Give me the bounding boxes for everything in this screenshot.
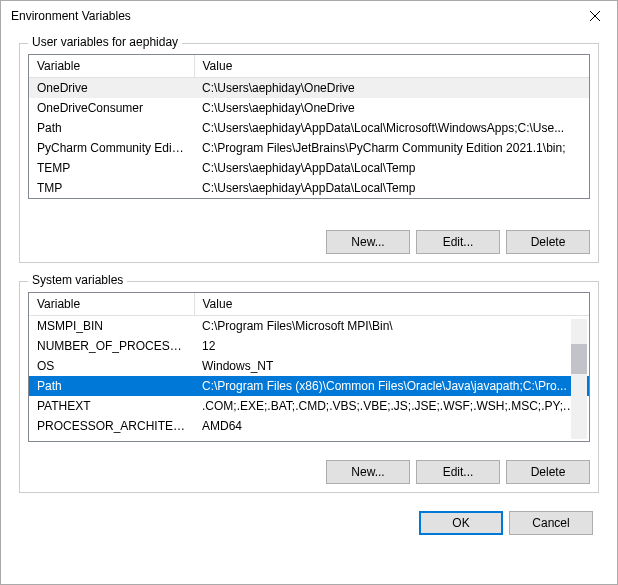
cell-variable: OneDriveConsumer [29,98,194,118]
cell-value: C:\Program Files (x86)\Common Files\Orac… [194,376,589,396]
cancel-button[interactable]: Cancel [509,511,593,535]
cell-variable: OneDrive [29,78,194,99]
user-variables-label: User variables for aephiday [28,35,182,49]
table-row[interactable]: PROCESSOR_IDENTIFIERIntel64 Family 6 Mod… [29,436,589,442]
table-row[interactable]: PyCharm Community EditionC:\Program File… [29,138,589,158]
system-variables-label: System variables [28,273,127,287]
cell-value: C:\Users\aephiday\OneDrive [194,78,589,99]
cell-variable: OS [29,356,194,376]
window-title: Environment Variables [11,9,131,23]
cell-value: Intel64 Family 6 Model 165 Stepping 3, G… [194,436,589,442]
table-row[interactable]: PathC:\Users\aephiday\AppData\Local\Micr… [29,118,589,138]
user-header-value[interactable]: Value [194,55,589,78]
system-header-variable[interactable]: Variable [29,293,194,316]
close-icon [590,11,600,21]
system-variables-table-wrap: Variable Value MSMPI_BINC:\Program Files… [28,292,590,442]
cell-variable: TEMP [29,158,194,178]
scroll-thumb[interactable] [571,344,587,374]
table-row[interactable]: TMPC:\Users\aephiday\AppData\Local\Temp [29,178,589,198]
cell-value: AMD64 [194,416,589,436]
table-row[interactable]: PROCESSOR_ARCHITECTUREAMD64 [29,416,589,436]
system-delete-button[interactable]: Delete [506,460,590,484]
cell-variable: Path [29,376,194,396]
close-button[interactable] [572,1,617,31]
cell-variable: PATHEXT [29,396,194,416]
cell-variable: Path [29,118,194,138]
cell-value: .COM;.EXE;.BAT;.CMD;.VBS;.VBE;.JS;.JSE;.… [194,396,589,416]
cell-variable: PROCESSOR_ARCHITECTURE [29,416,194,436]
cell-variable: NUMBER_OF_PROCESSORS [29,336,194,356]
system-scrollbar[interactable] [571,319,587,439]
titlebar: Environment Variables [1,1,617,31]
system-variables-table[interactable]: Variable Value MSMPI_BINC:\Program Files… [29,293,589,442]
system-variables-group: System variables Variable Value MSMPI_BI… [19,281,599,493]
table-row[interactable]: NUMBER_OF_PROCESSORS12 [29,336,589,356]
user-variables-group: User variables for aephiday Variable Val… [19,43,599,263]
user-delete-button[interactable]: Delete [506,230,590,254]
cell-value: C:\Users\aephiday\AppData\Local\Temp [194,178,589,198]
cell-value: 12 [194,336,589,356]
user-variables-table[interactable]: Variable Value OneDriveC:\Users\aephiday… [29,55,589,198]
ok-button[interactable]: OK [419,511,503,535]
table-row[interactable]: PathC:\Program Files (x86)\Common Files\… [29,376,589,396]
cell-value: C:\Users\aephiday\OneDrive [194,98,589,118]
dialog-content: User variables for aephiday Variable Val… [1,31,617,549]
cell-variable: PyCharm Community Edition [29,138,194,158]
cell-value: C:\Users\aephiday\AppData\Local\Microsof… [194,118,589,138]
user-button-row: New... Edit... Delete [326,230,590,254]
dialog-footer: OK Cancel [17,511,601,535]
cell-value: Windows_NT [194,356,589,376]
cell-value: C:\Program Files\JetBrains\PyCharm Commu… [194,138,589,158]
table-row[interactable]: MSMPI_BINC:\Program Files\Microsoft MPI\… [29,316,589,337]
user-new-button[interactable]: New... [326,230,410,254]
system-new-button[interactable]: New... [326,460,410,484]
cell-variable: TMP [29,178,194,198]
system-header-value[interactable]: Value [194,293,589,316]
cell-variable: PROCESSOR_IDENTIFIER [29,436,194,442]
cell-variable: MSMPI_BIN [29,316,194,337]
cell-value: C:\Program Files\Microsoft MPI\Bin\ [194,316,589,337]
table-row[interactable]: PATHEXT.COM;.EXE;.BAT;.CMD;.VBS;.VBE;.JS… [29,396,589,416]
system-button-row: New... Edit... Delete [326,460,590,484]
user-header-variable[interactable]: Variable [29,55,194,78]
user-variables-table-wrap: Variable Value OneDriveC:\Users\aephiday… [28,54,590,199]
user-edit-button[interactable]: Edit... [416,230,500,254]
cell-value: C:\Users\aephiday\AppData\Local\Temp [194,158,589,178]
table-row[interactable]: OneDriveC:\Users\aephiday\OneDrive [29,78,589,99]
table-row[interactable]: TEMPC:\Users\aephiday\AppData\Local\Temp [29,158,589,178]
system-edit-button[interactable]: Edit... [416,460,500,484]
table-row[interactable]: OneDriveConsumerC:\Users\aephiday\OneDri… [29,98,589,118]
table-row[interactable]: OSWindows_NT [29,356,589,376]
